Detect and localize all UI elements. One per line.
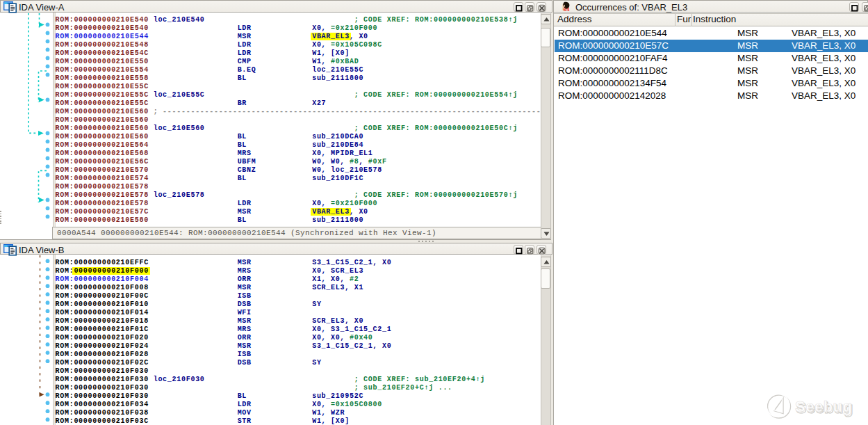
svg-text:64: 64 [564,6,570,13]
svg-text:Seebug: Seebug [795,398,852,415]
